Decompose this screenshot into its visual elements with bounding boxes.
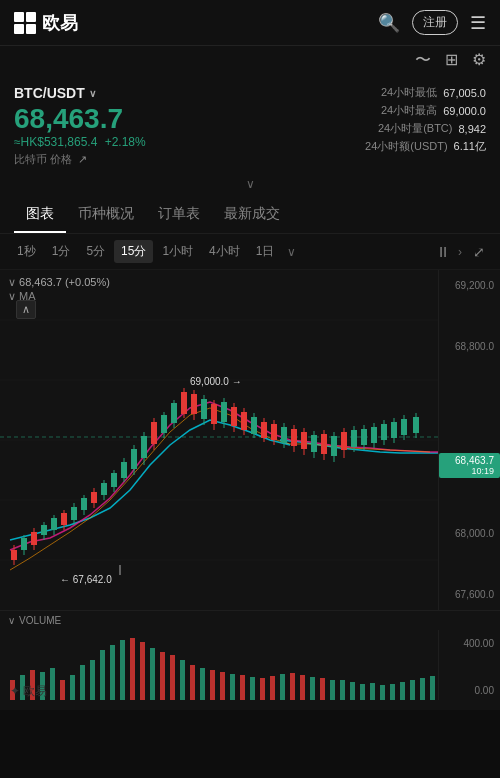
stat-row: 24小时最高69,000.0 (381, 103, 486, 118)
ticker-left: BTC/USDT ∨ 68,463.7 ≈HK$531,865.4 +2.18%… (14, 85, 146, 167)
tf-btn-1秒[interactable]: 1秒 (10, 240, 43, 263)
search-icon[interactable]: 🔍 (378, 12, 400, 34)
svg-rect-63 (291, 429, 297, 446)
settings-icon[interactable]: ⚙ (472, 50, 486, 71)
svg-rect-7 (11, 550, 17, 560)
stat-label: 24小时最低 (381, 85, 437, 100)
stat-row: 24小时最低67,005.0 (381, 85, 486, 100)
chart-type-icon[interactable]: 〜 (415, 50, 431, 71)
tab-币种概况[interactable]: 币种概况 (66, 195, 146, 233)
yaxis-label-4: 68,000.0 (439, 528, 500, 539)
svg-rect-124 (340, 680, 345, 700)
svg-rect-67 (311, 435, 317, 452)
tab-最新成交[interactable]: 最新成交 (212, 195, 292, 233)
volume-chevron: ∨ (8, 615, 15, 626)
svg-rect-105 (150, 648, 155, 700)
svg-rect-47 (211, 404, 217, 424)
timeframe-bar: 1秒1分5分15分1小时4小时1日∨ ⅠⅠ › ⤢ (0, 234, 500, 270)
svg-rect-9 (21, 538, 27, 550)
external-link-icon[interactable]: ↗ (78, 153, 87, 165)
svg-rect-43 (191, 394, 197, 414)
svg-rect-132 (420, 678, 425, 700)
svg-rect-102 (120, 640, 125, 700)
stat-value: 6.11亿 (454, 139, 486, 154)
vol-yaxis-bot: 0.00 (439, 685, 500, 696)
svg-rect-116 (260, 678, 265, 700)
svg-rect-81 (381, 424, 387, 440)
svg-rect-100 (100, 650, 105, 700)
svg-rect-128 (380, 685, 385, 700)
svg-rect-97 (70, 675, 75, 700)
svg-rect-79 (371, 427, 377, 443)
svg-rect-107 (170, 655, 175, 700)
svg-rect-61 (281, 427, 287, 443)
stat-label: 24小时最高 (381, 103, 437, 118)
svg-rect-110 (200, 668, 205, 700)
svg-rect-122 (320, 678, 325, 700)
fullscreen-icon[interactable]: ⤢ (468, 241, 490, 263)
svg-rect-113 (230, 674, 235, 700)
volume-label: ∨ VOLUME (0, 611, 500, 630)
logo-icon (14, 12, 36, 34)
svg-rect-37 (161, 415, 167, 433)
svg-rect-35 (151, 422, 157, 444)
volume-section: ∨ VOLUME (0, 610, 500, 710)
change-pct: +2.18% (105, 135, 146, 149)
svg-rect-120 (300, 675, 305, 700)
ticker-bar: BTC/USDT ∨ 68,463.7 ≈HK$531,865.4 +2.18%… (0, 75, 500, 171)
stat-value: 67,005.0 (443, 87, 486, 99)
expand-row[interactable]: ∨ (0, 171, 500, 195)
svg-rect-95 (50, 668, 55, 700)
yaxis-label-2: 68,800.0 (439, 341, 500, 352)
svg-text:← 67,642.0: ← 67,642.0 (60, 574, 112, 585)
tab-订单表[interactable]: 订单表 (146, 195, 212, 233)
candle-type-icon[interactable]: ⅠⅠ (434, 241, 452, 263)
chart-container: ∨ 68,463.7 (+0.05%) ∨ MA ∧ (0, 270, 500, 610)
tf-btn-15分[interactable]: 15分 (114, 240, 153, 263)
ticker-stats: 24小时最低67,005.024小时最高69,000.024小时量(BTC)8,… (365, 85, 486, 154)
svg-rect-55 (251, 417, 257, 434)
svg-rect-117 (270, 676, 275, 700)
tf-more-icon[interactable]: › (454, 242, 466, 262)
ticker-symbol[interactable]: BTC/USDT ∨ (14, 85, 146, 101)
svg-rect-17 (61, 513, 67, 525)
svg-rect-65 (301, 432, 307, 449)
tf-btn-1小时[interactable]: 1小时 (155, 240, 200, 263)
svg-rect-111 (210, 670, 215, 700)
ticker-hkd: ≈HK$531,865.4 +2.18% (14, 135, 146, 149)
tf-dropdown-icon[interactable]: ∨ (283, 242, 300, 262)
svg-rect-101 (110, 645, 115, 700)
svg-rect-33 (141, 436, 147, 458)
tf-btn-1分[interactable]: 1分 (45, 240, 78, 263)
ticker-price: 68,463.7 (14, 105, 146, 133)
tab-图表[interactable]: 图表 (14, 195, 66, 233)
svg-rect-49 (221, 402, 227, 422)
logo-text: 欧易 (42, 11, 78, 35)
svg-rect-29 (121, 462, 127, 478)
yaxis-label-5: 67,600.0 (439, 589, 500, 600)
svg-rect-45 (201, 399, 207, 419)
stat-label: 24小时量(BTC) (378, 121, 453, 136)
menu-icon[interactable]: ☰ (470, 12, 486, 34)
svg-rect-119 (290, 673, 295, 700)
tabs: 图表币种概况订单表最新成交 (0, 195, 500, 234)
tf-btn-4小时[interactable]: 4小时 (202, 240, 247, 263)
svg-rect-114 (240, 675, 245, 700)
layout-icon[interactable]: ⊞ (445, 50, 458, 71)
stat-value: 69,000.0 (443, 105, 486, 117)
yaxis-label-current: 68,463.7 10:19 (439, 453, 500, 478)
svg-rect-75 (351, 430, 357, 447)
svg-rect-125 (350, 682, 355, 700)
svg-rect-123 (330, 680, 335, 700)
svg-rect-87 (413, 417, 419, 433)
svg-rect-99 (90, 660, 95, 700)
svg-rect-112 (220, 672, 225, 700)
register-button[interactable]: 注册 (412, 10, 458, 35)
vol-yaxis-top: 400.00 (439, 638, 500, 649)
logo: 欧易 (14, 11, 78, 35)
current-price-label: ∨ 68,463.7 (+0.05%) (8, 276, 110, 289)
tf-btn-5分[interactable]: 5分 (79, 240, 112, 263)
tf-btn-1日[interactable]: 1日 (249, 240, 282, 263)
svg-rect-27 (111, 473, 117, 487)
chart-expand-button[interactable]: ∧ (16, 300, 36, 319)
